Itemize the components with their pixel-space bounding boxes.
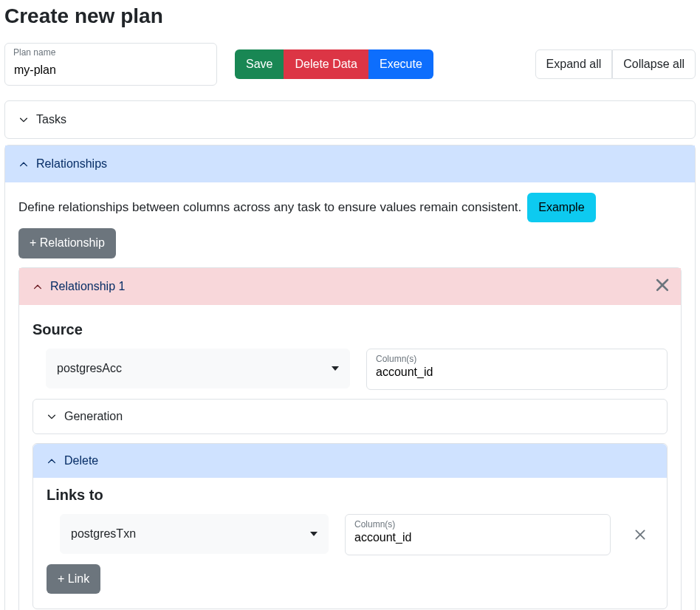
add-relationship-button[interactable]: + Relationship (18, 228, 116, 258)
relationships-card: Relationships Define relationships betwe… (4, 145, 696, 610)
chevron-down-icon (18, 114, 29, 125)
generation-header[interactable]: Generation (33, 400, 667, 433)
tasks-card: Tasks (4, 100, 696, 139)
toolbar: Plan name Save Delete Data Execute Expan… (4, 43, 696, 86)
relationships-title: Relationships (36, 157, 107, 171)
page-title: Create new plan (4, 4, 696, 28)
plan-name-input[interactable] (4, 43, 217, 86)
save-button[interactable]: Save (235, 49, 284, 79)
chevron-up-icon (32, 281, 43, 292)
source-task-select[interactable]: postgresAcc (46, 349, 350, 388)
expand-collapse-group: Expand all Collapse all (535, 49, 696, 79)
source-columns-input[interactable] (376, 366, 658, 379)
generation-card: Generation (32, 399, 668, 434)
relationships-body: Define relationships between columns acr… (5, 182, 695, 610)
link-row: postgresTxn Column(s) (60, 514, 653, 555)
links-heading: Links to (47, 487, 653, 504)
delete-data-button[interactable]: Delete Data (284, 49, 368, 79)
chevron-down-icon (47, 411, 57, 422)
link-task-select[interactable]: postgresTxn (60, 514, 329, 554)
source-columns-label: Column(s) (376, 354, 416, 364)
generation-title: Generation (64, 410, 123, 423)
svg-marker-1 (310, 532, 318, 536)
relationship-title: Relationship 1 (50, 280, 125, 293)
relationships-header[interactable]: Relationships (5, 145, 695, 182)
plan-name-field-wrapper: Plan name (4, 43, 217, 86)
relationship-card: Relationship 1 Source postgresAcc Column… (18, 267, 682, 610)
delete-title: Delete (64, 454, 98, 467)
tasks-header[interactable]: Tasks (5, 101, 695, 138)
chevron-up-icon (47, 456, 57, 466)
chevron-up-icon (18, 159, 29, 169)
source-columns-field[interactable]: Column(s) (366, 349, 668, 390)
close-relationship-icon[interactable] (654, 277, 670, 296)
add-link-button[interactable]: + Link (47, 564, 100, 594)
links-body: Links to postgresTxn Column(s) (33, 478, 667, 609)
relationships-description: Define relationships between columns acr… (18, 200, 521, 215)
tasks-title: Tasks (36, 113, 66, 126)
link-columns-input[interactable] (354, 531, 601, 544)
collapse-all-button[interactable]: Collapse all (612, 49, 696, 79)
relationship-body: Source postgresAcc Column(s) (19, 305, 681, 610)
source-heading: Source (32, 321, 668, 338)
delete-card: Delete Links to postgresTxn (32, 443, 668, 609)
svg-marker-0 (332, 366, 339, 371)
relationship-header[interactable]: Relationship 1 (19, 268, 681, 305)
example-button[interactable]: Example (527, 193, 595, 222)
source-task-value: postgresAcc (57, 362, 122, 375)
link-task-value: postgresTxn (71, 527, 136, 541)
delete-header[interactable]: Delete (33, 444, 667, 478)
action-button-group: Save Delete Data Execute (235, 49, 433, 79)
execute-button[interactable]: Execute (368, 49, 433, 79)
link-columns-field[interactable]: Column(s) (345, 514, 611, 555)
caret-down-icon (332, 362, 339, 375)
link-columns-label: Column(s) (354, 519, 395, 530)
remove-link-icon[interactable] (627, 514, 653, 555)
caret-down-icon (310, 527, 318, 541)
expand-all-button[interactable]: Expand all (535, 49, 613, 79)
